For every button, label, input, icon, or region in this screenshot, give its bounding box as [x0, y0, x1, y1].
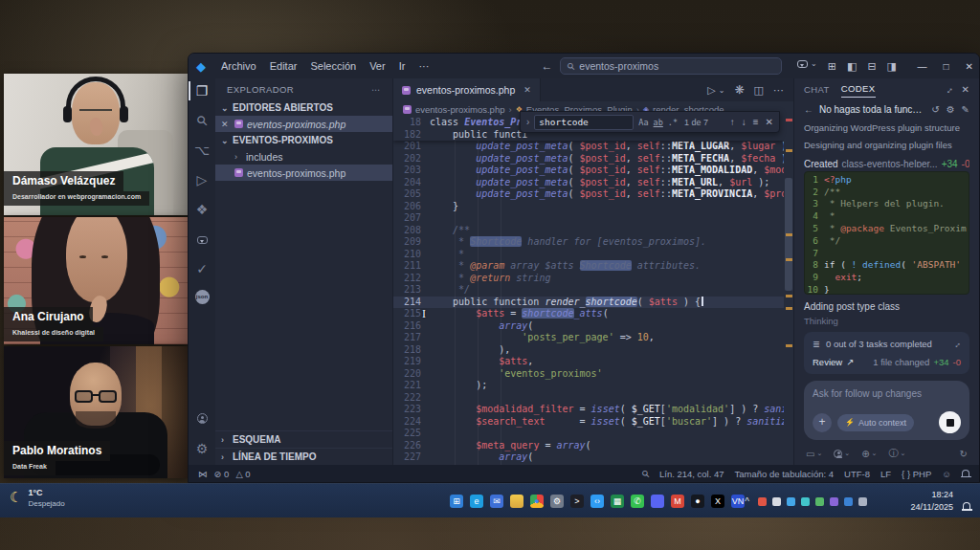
code-line[interactable]: 207	[393, 212, 784, 225]
toggle-secondary-sidebar-icon[interactable]: ◨	[887, 60, 897, 73]
code-line[interactable]: 212 * @return string	[393, 273, 784, 285]
code-line[interactable]: 205 update_post_meta( $post_id, self::ME…	[393, 188, 784, 201]
history-icon[interactable]: ↺	[931, 104, 939, 115]
find-input[interactable]	[539, 117, 606, 127]
feedback-smiley-icon[interactable]: ☺	[942, 469, 951, 479]
tray-tray-2-icon[interactable]	[772, 497, 781, 506]
code-line[interactable]: 3 * Helpers del plugin.	[805, 198, 969, 210]
toggle-replace-icon[interactable]: ›	[526, 117, 529, 127]
minimize-icon[interactable]: —	[918, 61, 927, 72]
settings-gear-icon[interactable]: ⚙	[947, 104, 955, 115]
taskbar-app-start-icon[interactable]: ⊞	[450, 495, 463, 508]
explorer-icon[interactable]: ❐	[189, 82, 215, 99]
menu-ir[interactable]: Ir	[399, 60, 406, 72]
whole-word-icon[interactable]: ab	[654, 118, 663, 127]
more-actions-icon[interactable]: ⋯	[773, 84, 784, 97]
followup-input-card[interactable]: Ask for follow up changes + ⚡ Auto conte…	[804, 381, 969, 440]
new-thread-icon[interactable]: ✎	[962, 104, 969, 115]
code-lines[interactable]: 201 update_post_meta( $post_id, self::ME…	[393, 141, 784, 465]
code-line[interactable]: 220 'eventos_proximos'	[393, 368, 784, 381]
taskbar-app-settings-icon[interactable]: ⚙	[550, 495, 564, 508]
taskbar-app-mail-icon[interactable]: ✉	[490, 495, 503, 508]
thread-title[interactable]: No hagas toda la funcionali...	[819, 104, 923, 115]
zoom-indicator-icon[interactable]: ⚲	[639, 468, 652, 480]
taskbar-app-explorer-icon[interactable]	[510, 495, 523, 508]
errors-indicator[interactable]: ⊘ 0	[214, 469, 230, 479]
code-line[interactable]: 4 *	[805, 210, 969, 223]
find-in-selection-icon[interactable]: ≡	[753, 117, 759, 127]
diff-code-block[interactable]: 1<?php2/**3 * Helpers del plugin.4 *5 * …	[804, 171, 969, 295]
search-icon[interactable]: ⚲	[189, 112, 215, 129]
tab-chat[interactable]: CHAT	[804, 81, 830, 98]
tab-eventos-proximos[interactable]: eventos-proximos.php ✕	[393, 78, 541, 101]
taskbar-app-github-icon[interactable]: ●	[691, 495, 704, 508]
menu-archivo[interactable]: Archivo	[221, 60, 256, 72]
code-line[interactable]: 209 * Shortcode handler for [eventos_pro…	[393, 236, 784, 249]
code-line[interactable]: 216 array(	[393, 320, 784, 333]
code-line[interactable]: 214 public function render_shortcode( $a…	[393, 297, 784, 309]
menu-editar[interactable]: Editar	[270, 60, 298, 72]
code-line[interactable]: 203 update_post_meta( $post_id, self::ME…	[393, 165, 784, 177]
code-line[interactable]: 217 'posts_per_page' => 10,	[393, 332, 784, 344]
tray-tray-6-icon[interactable]	[830, 497, 838, 506]
code-line[interactable]: 218 ),	[393, 344, 784, 357]
refresh-icon[interactable]: ↻	[960, 449, 968, 459]
accounts-icon[interactable]	[189, 410, 215, 428]
code-line[interactable]: 210 *	[393, 249, 784, 261]
restore-icon[interactable]: □	[944, 61, 949, 72]
code-line[interactable]: 228 'key' => self::META_FECHA,	[393, 464, 784, 466]
taskbar-app-terminal-icon[interactable]: >	[570, 495, 584, 508]
followup-input-placeholder[interactable]: Ask for follow up changes	[813, 388, 961, 399]
close-icon[interactable]: ✕	[221, 120, 231, 129]
testing-icon[interactable]: ✓	[189, 260, 215, 277]
code-line[interactable]: 219 $atts,	[393, 356, 784, 368]
tray-tray-3-icon[interactable]	[787, 497, 795, 506]
cursor-position[interactable]: Lín. 214, col. 47	[659, 469, 724, 479]
taskbar-app-edge-icon[interactable]: e	[470, 495, 483, 508]
menu-seleccion[interactable]: Selección	[310, 60, 356, 72]
code-line[interactable]: 206 }	[393, 201, 784, 213]
section-project[interactable]: ⌄ EVENTOS-PROXIMOS	[215, 132, 392, 148]
tab-close-icon[interactable]: ✕	[523, 85, 531, 95]
find-next-icon[interactable]: ↓	[742, 117, 746, 127]
code-line[interactable]: 201 update_post_meta( $post_id, self::ME…	[393, 141, 784, 153]
editor-scrollbar[interactable]	[784, 117, 793, 465]
folder-includes[interactable]: › includes	[215, 148, 392, 165]
close-panel-icon[interactable]: ✕	[962, 84, 969, 95]
environment-selector[interactable]: ▭⌄	[806, 449, 822, 459]
notifications-bell-icon[interactable]	[962, 470, 969, 476]
extension-badge-icon[interactable]: json	[195, 290, 210, 304]
maximize-panel-icon[interactable]: ↔	[941, 82, 955, 97]
taskbar-app-chrome-icon[interactable]: ●	[530, 495, 544, 508]
settings-gear-icon[interactable]: ⚙	[189, 440, 215, 457]
created-file-row[interactable]: Created class-eventos-helper... +34 -0 ●	[804, 159, 969, 167]
tray-onedrive-icon[interactable]	[844, 497, 853, 506]
taskbar-clock[interactable]: 18:24 24/11/2025	[911, 489, 953, 513]
code-line[interactable]: 7	[805, 248, 969, 260]
web-selector[interactable]: ⊕⌄	[861, 449, 877, 459]
extensions-icon[interactable]: ❖	[189, 201, 215, 218]
menu-more[interactable]: ···	[418, 60, 429, 72]
tab-codex[interactable]: CODEX	[841, 80, 876, 98]
code-line[interactable]: 204 update_post_meta( $post_id, self::ME…	[393, 177, 784, 189]
external-link-icon[interactable]: ↗	[846, 357, 854, 367]
eol-indicator[interactable]: LF	[880, 469, 891, 479]
code-line[interactable]: 8if ( ! defined( 'ABSPATH'	[805, 259, 969, 272]
tab-size-indicator[interactable]: Tamaño de tabulación: 4	[735, 469, 835, 479]
search-input[interactable]	[579, 60, 774, 72]
expand-tasks-icon[interactable]: ↔	[950, 338, 963, 350]
code-area[interactable]: 18class Eventos_Pro182 public functi 201…	[393, 117, 793, 465]
run-button-icon[interactable]: ▷	[707, 84, 715, 97]
code-line[interactable]: 208 /**	[393, 225, 784, 237]
code-line[interactable]: 6 */	[805, 235, 969, 248]
code-line[interactable]: 221 );	[393, 380, 784, 392]
taskbar-app-excel-icon[interactable]: ▦	[611, 495, 624, 508]
stop-button[interactable]	[939, 411, 961, 433]
code-line[interactable]: 222	[393, 392, 784, 405]
weather-widget[interactable]: ☾ 1°C Despejado	[10, 488, 65, 508]
attach-plus-button[interactable]: +	[813, 413, 832, 432]
code-line[interactable]: 213 */	[393, 284, 784, 297]
command-center-search[interactable]: ⚲	[560, 57, 782, 75]
code-line[interactable]: 226 $meta_query = array(	[393, 440, 784, 452]
code-line[interactable]: 10}	[805, 284, 969, 295]
